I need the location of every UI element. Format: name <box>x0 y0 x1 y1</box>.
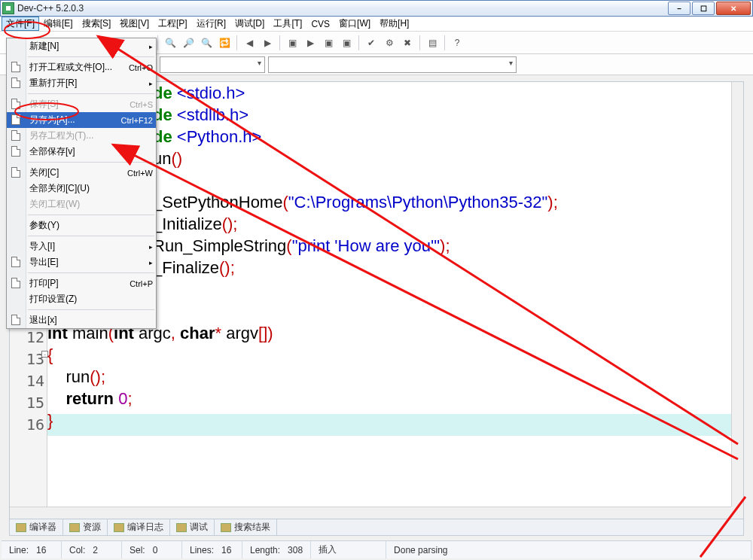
zoom-out-icon[interactable]: 🔎 <box>180 35 197 51</box>
file-menu-item[interactable]: 关闭[C]Ctrl+W <box>7 165 156 181</box>
app-icon <box>2 2 14 14</box>
menu-item-label: 全部保存[v] <box>29 145 75 158</box>
status-length-value: 308 <box>288 545 303 555</box>
menu-item-2[interactable]: 搜索[S] <box>78 17 116 31</box>
print-icon <box>10 277 22 289</box>
savepas-icon <box>10 129 22 142</box>
file-menu-item[interactable]: 重新打开[R]▸ <box>7 75 156 91</box>
file-menu-item[interactable]: 打开工程或文件[O]...Ctrl+O <box>7 59 156 75</box>
open-icon <box>10 61 22 73</box>
file-menu-item: 保存[S]Ctrl+S <box>7 96 156 112</box>
nav-fwd-icon[interactable]: ▶ <box>259 35 276 51</box>
file-menu-item[interactable]: 新建[N]▸ <box>7 38 156 54</box>
submenu-arrow-icon: ▸ <box>149 259 153 266</box>
compiler-combo[interactable] <box>160 56 265 73</box>
submenu-arrow-icon: ▸ <box>149 243 153 251</box>
menu-item-1[interactable]: 编辑[E] <box>39 17 78 31</box>
status-lines-value: 16 <box>221 545 231 555</box>
menu-item-4[interactable]: 工程[P] <box>154 17 192 31</box>
profile-icon[interactable]: ⚙ <box>381 35 398 51</box>
menu-item-6[interactable]: 调试[D] <box>230 17 269 31</box>
search-icon[interactable]: 🔍 <box>198 35 215 51</box>
file-menu-item[interactable]: 全部保存[v] <box>7 144 156 160</box>
minimize-button[interactable]: – <box>668 2 691 15</box>
shortcut-label: Ctrl+W <box>127 169 153 178</box>
shortcut-label: Ctrl+P <box>130 279 153 288</box>
shortcut-label: Ctrl+O <box>129 63 153 72</box>
menu-item-label: 关闭[C] <box>29 166 59 179</box>
compile-run-icon[interactable]: ▣ <box>320 35 337 51</box>
submenu-arrow-icon: ▸ <box>149 43 153 50</box>
menu-item-3[interactable]: 视图[V] <box>115 17 154 31</box>
tab-icon <box>176 523 187 532</box>
bottom-tab[interactable]: 搜索结果 <box>215 519 277 535</box>
run-icon[interactable]: ▶ <box>302 35 319 51</box>
file-menu-item[interactable]: 全部关闭[C](U) <box>7 181 156 196</box>
tab-icon <box>221 523 231 532</box>
title-bar: Dev-C++ 5.2.0.3 – ☐ ✕ <box>0 0 753 17</box>
tab-icon <box>114 523 124 532</box>
file-menu-item: 另存工程为(T)... <box>7 128 156 144</box>
rebuild-icon[interactable]: ▣ <box>338 35 355 51</box>
saveas-icon <box>10 114 22 126</box>
save-icon <box>10 98 22 110</box>
status-line-value: 16 <box>36 545 46 555</box>
menu-item-label: 导入[I] <box>29 240 55 253</box>
file-menu-item[interactable]: 另存为[A]...Ctrl+F12 <box>7 112 156 128</box>
menu-item-8[interactable]: CVS <box>306 18 334 30</box>
menu-item-label: 打印[P] <box>29 277 59 290</box>
scrollbar-vertical[interactable] <box>731 82 743 507</box>
status-insert-mode: 插入 <box>319 543 337 556</box>
replace-icon[interactable]: 🔁 <box>216 35 233 51</box>
menu-item-5[interactable]: 运行[R] <box>192 17 230 31</box>
file-menu-item[interactable]: 退出[x] <box>7 312 156 328</box>
bottom-tab[interactable]: 编译器 <box>10 519 63 535</box>
shortcut-label: Ctrl+S <box>130 100 153 109</box>
status-length-label: Length: <box>250 545 280 555</box>
config-combo[interactable] <box>268 56 517 73</box>
bottom-tab[interactable]: 调试 <box>170 519 215 535</box>
menu-item-10[interactable]: 帮助[H] <box>375 17 413 31</box>
menu-item-label: 保存[S] <box>29 98 59 111</box>
tab-label: 搜索结果 <box>234 521 270 534</box>
menu-item-0[interactable]: 文件[F] <box>2 17 39 31</box>
help-icon[interactable]: ? <box>449 35 465 51</box>
file-menu-item[interactable]: 打印设置(Z) <box>7 291 156 307</box>
maximize-button[interactable]: ☐ <box>692 2 715 15</box>
menu-item-label: 全部关闭[C](U) <box>29 182 90 195</box>
export-icon <box>10 256 22 268</box>
menu-item-label: 参数(Y) <box>29 219 59 232</box>
compile-icon[interactable]: ▣ <box>284 35 300 51</box>
bottom-tab[interactable]: 编译日志 <box>108 519 170 535</box>
menu-item-7[interactable]: 工具[T] <box>269 17 306 31</box>
menu-item-label: 关闭工程(W) <box>29 198 80 211</box>
status-parse: Done parsing <box>394 545 447 555</box>
file-menu-item: 关闭工程(W) <box>7 196 156 212</box>
tab-label: 编译日志 <box>127 521 163 534</box>
status-line-label: Line: <box>9 545 29 555</box>
file-menu-item[interactable]: 打印[P]Ctrl+P <box>7 275 156 291</box>
scrollbar-horizontal[interactable] <box>10 507 731 519</box>
file-menu-item[interactable]: 导入[I]▸ <box>7 239 156 254</box>
stop-icon[interactable]: ✖ <box>399 35 416 51</box>
debug-icon[interactable]: ✔ <box>363 35 380 51</box>
saveall-icon <box>10 145 22 157</box>
status-lines-label: Lines: <box>190 545 214 555</box>
tab-label: 编译器 <box>29 521 56 534</box>
menu-item-label: 新建[N] <box>29 40 59 53</box>
exit-icon <box>10 314 22 326</box>
menu-item-label: 另存为[A]... <box>29 114 75 126</box>
file-menu-item[interactable]: 导出[E]▸ <box>7 254 156 270</box>
zoom-in-icon[interactable]: 🔍 <box>162 35 178 51</box>
status-col-value: 2 <box>93 545 98 555</box>
menu-item-label: 重新打开[R] <box>29 77 77 90</box>
file-menu-item[interactable]: 参数(Y) <box>7 218 156 233</box>
close-button[interactable]: ✕ <box>716 2 751 15</box>
menu-item-9[interactable]: 窗口[W] <box>334 17 375 31</box>
bottom-tab[interactable]: 资源 <box>63 519 108 535</box>
menu-item-label: 打印设置(Z) <box>29 293 77 306</box>
tab-label: 调试 <box>190 521 208 534</box>
nav-back-icon[interactable]: ◀ <box>241 35 258 51</box>
new-file-icon[interactable]: ▤ <box>424 35 441 51</box>
tab-icon <box>16 523 26 532</box>
